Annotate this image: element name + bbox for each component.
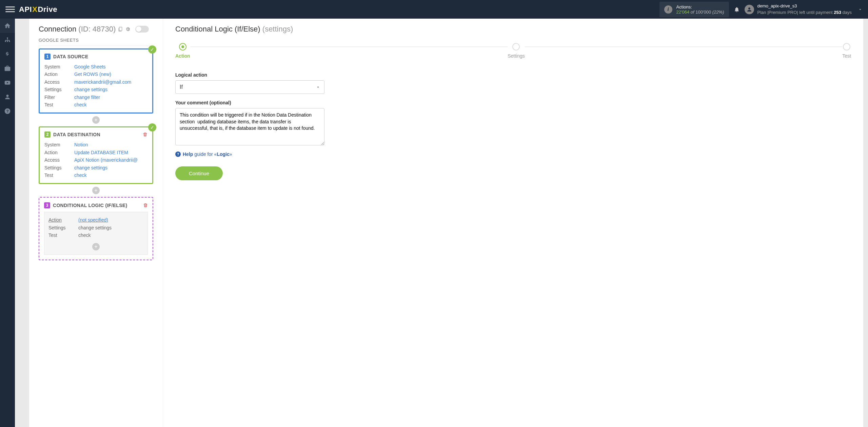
- step-settings[interactable]: Settings: [508, 43, 525, 59]
- row-value[interactable]: (not specified): [78, 216, 108, 224]
- actions-label: Actions:: [676, 4, 724, 9]
- row-label: Settings: [48, 224, 78, 231]
- row-value[interactable]: change settings: [74, 164, 107, 171]
- row-value[interactable]: Google Sheets: [74, 63, 106, 70]
- step-test[interactable]: Test: [842, 43, 851, 59]
- row-value[interactable]: maverickandrii@gmail.com: [74, 78, 131, 86]
- logical-action-label: Logical action: [175, 72, 324, 78]
- sidebar-help[interactable]: ?: [0, 104, 15, 118]
- svg-rect-8: [119, 27, 122, 31]
- actions-used: 22'064: [676, 9, 690, 15]
- select-value: If: [180, 84, 183, 90]
- svg-text:?: ?: [6, 109, 8, 113]
- chevron-down-icon[interactable]: [858, 7, 863, 12]
- row-label: Test: [48, 231, 78, 239]
- svg-rect-2: [5, 41, 6, 42]
- card-row: SystemGoogle Sheets: [44, 63, 147, 70]
- card-row: Accessmaverickandrii@gmail.com: [44, 78, 147, 86]
- row-label: Access: [44, 156, 74, 164]
- plan-suffix: days: [843, 10, 852, 15]
- card-row: Settingschange settings: [48, 224, 143, 231]
- sidebar-user[interactable]: [0, 90, 15, 104]
- help-link[interactable]: ? Help guide for «Logic»: [175, 151, 324, 157]
- row-value[interactable]: ApiX Notion (maverickandrii@: [74, 156, 138, 164]
- svg-rect-4: [9, 41, 10, 42]
- row-value[interactable]: change settings: [74, 86, 107, 93]
- svg-point-5: [6, 95, 9, 97]
- row-value[interactable]: Get ROWS (new): [74, 70, 111, 78]
- sidebar-home[interactable]: [0, 19, 15, 33]
- sidebar-briefcase[interactable]: [0, 61, 15, 76]
- sidebar-billing[interactable]: [0, 47, 15, 61]
- page-subtitle: (settings): [262, 25, 293, 33]
- row-value[interactable]: Notion: [74, 141, 88, 148]
- check-icon: ✓: [148, 45, 156, 54]
- card-row: ActionUpdate DATABASE ITEM: [44, 149, 147, 156]
- add-step-button-1[interactable]: +: [92, 116, 100, 124]
- row-value[interactable]: check: [78, 231, 91, 239]
- logo[interactable]: APIXDrive: [19, 5, 57, 14]
- card-row: Testcheck: [44, 101, 147, 108]
- row-label: Test: [44, 171, 74, 179]
- actions-total: 100'000: [695, 9, 711, 15]
- row-value[interactable]: change filter: [74, 94, 100, 101]
- page-title: Conditional Logic (If/Else): [175, 25, 260, 33]
- row-label: Settings: [44, 86, 74, 93]
- row-label: Action: [44, 70, 74, 78]
- logical-action-select[interactable]: If: [175, 80, 324, 94]
- logo-x: X: [32, 5, 37, 14]
- connection-toggle[interactable]: [135, 26, 149, 33]
- card-row: Testcheck: [48, 231, 143, 239]
- row-value[interactable]: change settings: [78, 224, 112, 231]
- svg-point-0: [748, 7, 750, 9]
- card-data-source[interactable]: ✓ 1 DATA SOURCE SystemGoogle SheetsActio…: [39, 48, 153, 114]
- logo-drive: Drive: [38, 5, 57, 14]
- row-label: Access: [44, 78, 74, 86]
- row-value[interactable]: Update DATABASE ITEM: [74, 149, 128, 156]
- card-title: DATA SOURCE: [53, 54, 88, 59]
- card-row: Settingschange settings: [44, 86, 147, 93]
- step-action[interactable]: Action: [175, 43, 190, 59]
- add-inner-button[interactable]: +: [92, 243, 100, 250]
- connection-title: Connection: [39, 25, 76, 34]
- sidebar-connections[interactable]: [0, 33, 15, 47]
- gear-icon[interactable]: [125, 26, 131, 32]
- connection-id: (ID: 48730): [78, 25, 116, 34]
- connection-panel: Connection (ID: 48730) GOOGLE SHEETS ✓ 1…: [29, 19, 163, 427]
- card-row: SystemNotion: [44, 141, 147, 148]
- card-row: Testcheck: [44, 171, 147, 179]
- actions-counter[interactable]: i Actions: 22'064 of 100'000 (22%): [659, 2, 729, 17]
- card-title: DATA DESTINATION: [53, 132, 100, 137]
- row-label: Filter: [44, 94, 74, 101]
- card-row: ActionGet ROWS (new): [44, 70, 147, 78]
- info-icon: i: [664, 5, 672, 14]
- check-icon: ✓: [148, 123, 156, 131]
- copy-icon[interactable]: [118, 26, 123, 32]
- user-menu[interactable]: demo_apix-drive_s3 Plan |Premium PRO| le…: [745, 3, 852, 15]
- bell-icon[interactable]: [734, 6, 740, 13]
- trash-icon[interactable]: [143, 203, 148, 208]
- sidebar: ?: [0, 19, 15, 427]
- actions-of: of: [691, 9, 694, 15]
- comment-textarea[interactable]: [175, 108, 324, 145]
- hamburger-menu[interactable]: [5, 5, 15, 14]
- continue-button[interactable]: Continue: [175, 166, 223, 180]
- row-label: System: [44, 63, 74, 70]
- logo-api: API: [19, 5, 32, 14]
- chevron-down-icon: [316, 85, 320, 89]
- card-conditional-logic[interactable]: 3 CONDITIONAL LOGIC (IF/ELSE) Action(not…: [39, 197, 153, 260]
- card-row: Settingschange settings: [44, 164, 147, 171]
- gutter: [15, 19, 29, 427]
- avatar-icon: [745, 5, 754, 14]
- add-step-button-2[interactable]: +: [92, 187, 100, 194]
- row-value[interactable]: check: [74, 101, 87, 108]
- card-data-destination[interactable]: ✓ 2 DATA DESTINATION SystemNotionActionU…: [39, 126, 153, 184]
- actions-pct: (22%): [712, 9, 724, 15]
- card-row: AccessApiX Notion (maverickandrii@: [44, 156, 147, 164]
- sidebar-youtube[interactable]: [0, 76, 15, 90]
- trash-icon[interactable]: [143, 132, 147, 137]
- row-value[interactable]: check: [74, 171, 87, 179]
- username: demo_apix-drive_s3: [757, 3, 852, 9]
- row-label: Test: [44, 101, 74, 108]
- row-label: Action: [48, 216, 78, 224]
